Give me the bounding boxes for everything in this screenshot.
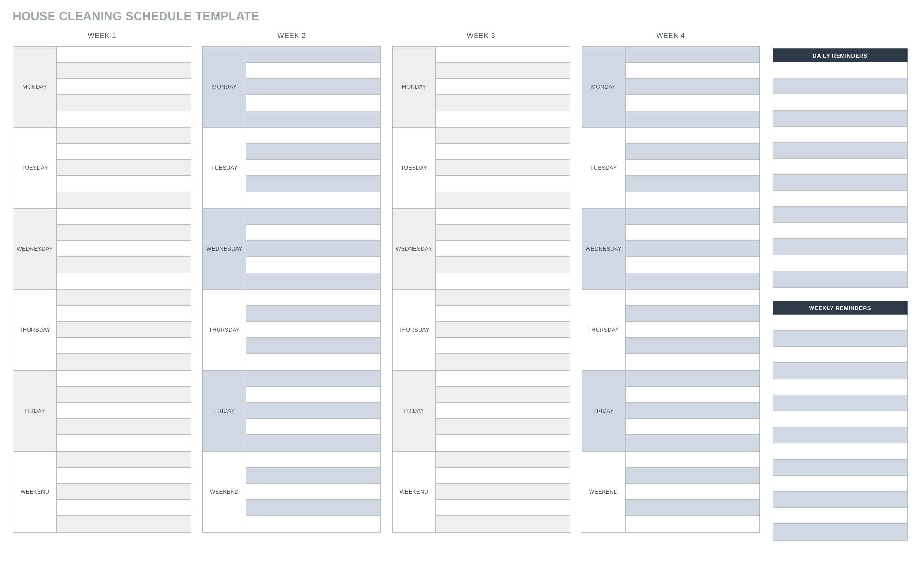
task-cell[interactable]	[57, 241, 190, 257]
task-cell[interactable]	[57, 403, 190, 419]
reminder-cell[interactable]	[773, 411, 907, 427]
task-cell[interactable]	[436, 338, 570, 354]
task-cell[interactable]	[626, 500, 759, 516]
task-cell[interactable]	[57, 322, 190, 338]
task-cell[interactable]	[436, 290, 570, 306]
task-cell[interactable]	[626, 95, 759, 111]
task-cell[interactable]	[436, 176, 570, 192]
task-cell[interactable]	[57, 468, 190, 484]
reminder-cell[interactable]	[773, 95, 907, 111]
reminder-cell[interactable]	[773, 239, 907, 255]
task-cell[interactable]	[246, 111, 380, 127]
task-cell[interactable]	[436, 273, 570, 289]
task-cell[interactable]	[626, 209, 759, 225]
task-cell[interactable]	[246, 79, 380, 95]
task-cell[interactable]	[57, 192, 190, 208]
task-cell[interactable]	[246, 257, 380, 273]
task-cell[interactable]	[246, 128, 380, 144]
task-cell[interactable]	[436, 468, 570, 484]
task-cell[interactable]	[436, 403, 570, 419]
task-cell[interactable]	[626, 468, 759, 484]
task-cell[interactable]	[57, 419, 190, 435]
task-cell[interactable]	[436, 225, 570, 241]
task-cell[interactable]	[246, 290, 380, 306]
task-cell[interactable]	[626, 338, 759, 354]
reminder-cell[interactable]	[773, 62, 907, 78]
reminder-cell[interactable]	[773, 223, 907, 239]
task-cell[interactable]	[57, 160, 190, 176]
reminder-cell[interactable]	[773, 331, 907, 347]
task-cell[interactable]	[246, 516, 380, 532]
task-cell[interactable]	[57, 95, 190, 111]
task-cell[interactable]	[246, 192, 380, 208]
task-cell[interactable]	[626, 47, 759, 63]
task-cell[interactable]	[246, 500, 380, 516]
task-cell[interactable]	[57, 176, 190, 192]
task-cell[interactable]	[436, 47, 570, 63]
reminder-cell[interactable]	[773, 175, 907, 191]
task-cell[interactable]	[436, 95, 570, 111]
reminder-cell[interactable]	[773, 492, 907, 508]
task-cell[interactable]	[626, 144, 759, 160]
task-cell[interactable]	[246, 322, 380, 338]
task-cell[interactable]	[626, 225, 759, 241]
task-cell[interactable]	[436, 371, 570, 387]
task-cell[interactable]	[626, 79, 759, 95]
task-cell[interactable]	[436, 500, 570, 516]
task-cell[interactable]	[436, 144, 570, 160]
task-cell[interactable]	[246, 63, 380, 79]
reminder-cell[interactable]	[773, 271, 907, 287]
task-cell[interactable]	[436, 192, 570, 208]
task-cell[interactable]	[57, 47, 190, 63]
task-cell[interactable]	[57, 371, 190, 387]
task-cell[interactable]	[57, 338, 190, 354]
task-cell[interactable]	[436, 257, 570, 273]
task-cell[interactable]	[626, 290, 759, 306]
task-cell[interactable]	[246, 273, 380, 289]
task-cell[interactable]	[626, 273, 759, 289]
task-cell[interactable]	[57, 273, 190, 289]
task-cell[interactable]	[626, 322, 759, 338]
task-cell[interactable]	[436, 322, 570, 338]
task-cell[interactable]	[626, 192, 759, 208]
reminder-cell[interactable]	[773, 508, 907, 524]
task-cell[interactable]	[626, 484, 759, 500]
task-cell[interactable]	[626, 160, 759, 176]
task-cell[interactable]	[246, 403, 380, 419]
reminder-cell[interactable]	[773, 395, 907, 411]
task-cell[interactable]	[246, 209, 380, 225]
task-cell[interactable]	[436, 79, 570, 95]
reminder-cell[interactable]	[773, 191, 907, 207]
task-cell[interactable]	[436, 452, 570, 468]
task-cell[interactable]	[626, 354, 759, 370]
reminder-cell[interactable]	[773, 207, 907, 223]
reminder-cell[interactable]	[773, 476, 907, 492]
task-cell[interactable]	[436, 160, 570, 176]
task-cell[interactable]	[57, 387, 190, 403]
task-cell[interactable]	[436, 209, 570, 225]
task-cell[interactable]	[436, 306, 570, 322]
task-cell[interactable]	[246, 241, 380, 257]
task-cell[interactable]	[246, 371, 380, 387]
reminder-cell[interactable]	[773, 78, 907, 95]
task-cell[interactable]	[436, 419, 570, 435]
task-cell[interactable]	[626, 387, 759, 403]
task-cell[interactable]	[246, 419, 380, 435]
task-cell[interactable]	[57, 306, 190, 322]
reminder-cell[interactable]	[773, 459, 907, 476]
reminder-cell[interactable]	[773, 315, 907, 331]
task-cell[interactable]	[57, 225, 190, 241]
reminder-cell[interactable]	[773, 443, 907, 459]
task-cell[interactable]	[626, 435, 759, 451]
task-cell[interactable]	[246, 176, 380, 192]
task-cell[interactable]	[57, 500, 190, 516]
task-cell[interactable]	[246, 338, 380, 354]
reminder-cell[interactable]	[773, 255, 907, 271]
task-cell[interactable]	[246, 452, 380, 468]
task-cell[interactable]	[57, 484, 190, 500]
task-cell[interactable]	[246, 144, 380, 160]
reminder-cell[interactable]	[773, 159, 907, 175]
task-cell[interactable]	[246, 160, 380, 176]
task-cell[interactable]	[626, 306, 759, 322]
task-cell[interactable]	[626, 241, 759, 257]
